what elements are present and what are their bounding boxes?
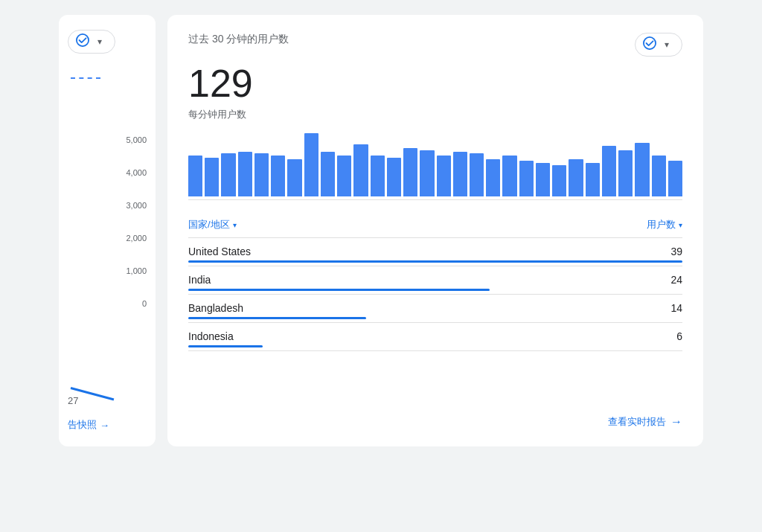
country-row-2: Bangladesh14 (188, 295, 682, 323)
bar-18 (486, 159, 500, 196)
y-label-5000: 5,000 (68, 135, 147, 144)
col2-dropdown[interactable]: 用户数 ▾ (647, 218, 682, 231)
country-bar-fill-0 (188, 260, 682, 263)
bar-12 (387, 158, 401, 196)
svg-point-1 (644, 37, 656, 49)
svg-point-0 (77, 34, 89, 46)
left-top-bar[interactable]: ▾ (68, 30, 115, 54)
y-label-1000: 1,000 (68, 266, 147, 275)
main-card: 过去 30 分钟的用户数 ▾ 129 每分钟用户数 国家/地区 ▾ 用户数 ▾ … (167, 15, 703, 446)
bar-21 (536, 163, 550, 196)
bar-24 (586, 163, 600, 196)
bar-14 (420, 150, 434, 196)
bar-2 (221, 153, 235, 196)
check-icon-right (643, 36, 656, 53)
bar-20 (519, 161, 534, 196)
bar-26 (618, 150, 633, 196)
report-arrow-icon: → (670, 415, 682, 429)
bar-10 (353, 144, 368, 196)
snapshot-link[interactable]: 告快照 → (68, 418, 115, 432)
country-count-0: 39 (670, 246, 682, 257)
bar-23 (569, 159, 583, 196)
country-bar-track-3 (188, 345, 682, 347)
card-title: 过去 30 分钟的用户数 (188, 33, 289, 46)
y-axis: 5,000 4,000 3,000 2,000 1,000 0 (68, 135, 147, 308)
bar-11 (371, 156, 385, 196)
bar-3 (238, 152, 252, 196)
check-icon (76, 33, 89, 50)
dropdown-arrow-icon: ▾ (92, 34, 107, 49)
table-header: 国家/地区 ▾ 用户数 ▾ (188, 215, 682, 238)
bar-13 (403, 148, 417, 196)
bar-29 (668, 161, 682, 196)
y-label-4000: 4,000 (68, 168, 147, 177)
snapshot-arrow-icon: → (100, 420, 109, 431)
y-label-3000: 3,000 (68, 201, 147, 210)
y-label-0: 0 (68, 299, 147, 308)
big-number: 129 (188, 63, 682, 105)
country-name-2: Bangladesh (188, 302, 243, 314)
col1-chevron-icon: ▾ (233, 221, 237, 229)
bar-19 (502, 156, 516, 196)
snapshot-link-label: 告快照 (68, 418, 97, 432)
bar-15 (437, 156, 451, 196)
bar-9 (337, 156, 351, 196)
bar-25 (602, 146, 616, 196)
left-bottom: 27 告快照 → (68, 387, 115, 432)
country-bar-fill-2 (188, 317, 366, 319)
bar-5 (271, 156, 285, 196)
bar-chart (188, 133, 682, 200)
country-count-3: 6 (676, 330, 682, 342)
bar-28 (652, 156, 666, 196)
left-check-dropdown[interactable]: ▾ (68, 30, 115, 54)
bar-8 (321, 152, 335, 196)
y-label-2000: 2,000 (68, 234, 147, 243)
country-bar-track-1 (188, 289, 682, 291)
dashed-line (71, 77, 100, 79)
bar-1 (205, 158, 219, 196)
report-link[interactable]: 查看实时报告 → (608, 415, 682, 429)
col1-dropdown[interactable]: 国家/地区 ▾ (188, 218, 237, 231)
card-footer: 查看实时报告 → (188, 403, 682, 429)
bar-22 (552, 165, 566, 196)
top-right-check-dropdown[interactable]: ▾ (635, 33, 682, 57)
country-row-1: India24 (188, 266, 682, 295)
country-count-2: 14 (670, 302, 682, 314)
col2-chevron-icon: ▾ (679, 221, 682, 229)
bar-27 (635, 143, 649, 196)
bar-17 (470, 153, 484, 196)
country-rows: United States39India24Bangladesh14Indone… (188, 238, 682, 351)
country-count-1: 24 (670, 274, 682, 286)
bar-16 (453, 152, 467, 196)
country-name-3: Indonesia (188, 330, 234, 342)
left-panel: ▾ 5,000 4,000 3,000 2,000 1,000 0 27 告快照… (59, 15, 156, 446)
country-name-1: India (188, 274, 211, 286)
country-bar-track-0 (188, 260, 682, 263)
card-header: 过去 30 分钟的用户数 ▾ (188, 33, 682, 57)
bar-6 (287, 159, 301, 196)
col2-label: 用户数 (647, 218, 676, 231)
dropdown-arrow-right-icon: ▾ (659, 37, 674, 52)
country-bar-fill-3 (188, 345, 263, 347)
country-row-3: Indonesia6 (188, 323, 682, 351)
left-chart-area (68, 77, 138, 115)
bar-4 (254, 153, 269, 196)
bar-0 (188, 156, 202, 196)
country-name-0: United States (188, 246, 251, 257)
country-bar-fill-1 (188, 289, 490, 291)
country-row-0: United States39 (188, 238, 682, 266)
country-bar-track-2 (188, 317, 682, 319)
card-subtitle: 每分钟用户数 (188, 108, 682, 121)
col1-label: 国家/地区 (188, 218, 230, 231)
bar-7 (304, 133, 318, 196)
report-link-label: 查看实时报告 (608, 415, 666, 429)
